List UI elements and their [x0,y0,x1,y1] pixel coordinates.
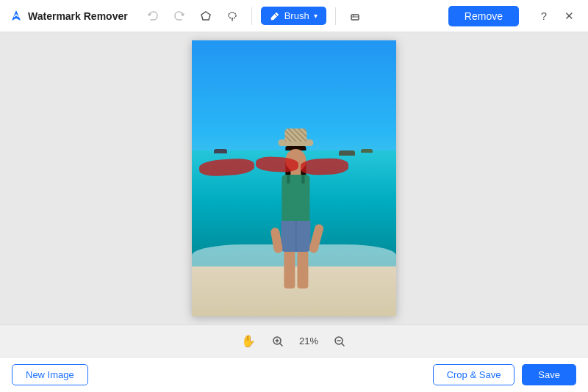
zoom-bar: ✋ 21% [0,324,588,357]
leg-right [297,252,308,288]
zoom-in-button[interactable] [269,333,287,350]
boat-1 [214,149,227,153]
brush-label: Brush [284,10,309,21]
polygon-tool-button[interactable] [196,6,216,26]
app-title: Watermark Remover [28,10,128,22]
toolbar-divider-2 [335,7,336,25]
strap-right [301,175,304,184]
undo-button[interactable] [143,6,163,26]
footer-right-actions: Crop & Save Save [433,364,576,385]
body-torso [282,175,309,222]
beach-scene [192,40,396,316]
brush-tool-button[interactable]: Brush ▾ [261,7,326,25]
hand-pan-button[interactable]: ✋ [240,333,257,350]
main-canvas [0,32,588,324]
app-logo-icon [9,9,24,23]
zoom-out-button[interactable] [331,333,348,350]
hand-icon: ✋ [241,334,256,348]
help-icon: ? [541,10,547,22]
logo-area: Watermark Remover [9,9,128,23]
crop-save-button[interactable]: Crop & Save [433,364,515,385]
save-label: Save [538,369,560,380]
close-button[interactable]: ✕ [559,6,579,26]
person-figure [278,128,313,288]
save-button[interactable]: Save [522,364,576,385]
shorts [281,221,310,252]
header: Watermark Remover Brush ▾ [0,0,588,32]
brush-chevron-icon: ▾ [314,12,318,20]
zoom-controls: 21% [269,333,348,350]
redo-button[interactable] [169,6,190,26]
close-icon: ✕ [564,10,574,23]
footer: New Image Crop & Save Save [0,357,588,392]
legs-container [284,252,308,288]
strap-left [287,175,290,184]
new-image-label: New Image [26,369,74,380]
toolbar-divider-1 [251,7,252,25]
svg-point-0 [229,12,236,18]
hat-crown [284,128,306,142]
eraser-tool-button[interactable] [345,6,365,26]
boat-2 [339,150,355,156]
remove-label: Remove [465,10,503,22]
new-image-button[interactable]: New Image [12,364,88,385]
image-container[interactable] [192,40,396,316]
leg-left [284,252,295,288]
remove-button[interactable]: Remove [448,6,519,26]
header-right-controls: ? ✕ [534,6,579,26]
lasso-tool-button[interactable] [222,6,243,26]
help-button[interactable]: ? [534,6,554,26]
zoom-level-display: 21% [294,335,323,346]
boat-3 [361,149,373,153]
crop-save-label: Crop & Save [447,369,501,380]
